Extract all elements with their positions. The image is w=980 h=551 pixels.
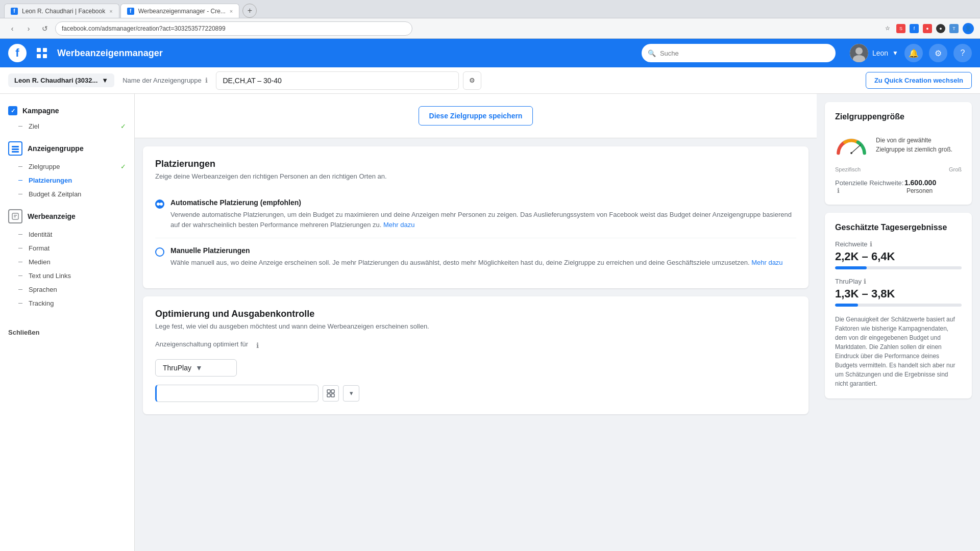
manual-placement-option[interactable]: Manuelle Platzierungen Wähle manuell aus… bbox=[155, 238, 796, 276]
browser-nav-bar: ‹ › ↺ facebook.com/adsmanager/creation?a… bbox=[0, 18, 980, 39]
sidebar-item-medien[interactable]: Medien bbox=[0, 255, 134, 269]
back-button[interactable]: ‹ bbox=[6, 22, 18, 35]
sidebar-werbeanzeige-section: Werbeanzeige bbox=[0, 205, 134, 228]
partial-input[interactable] bbox=[155, 385, 318, 402]
new-tab-button[interactable]: + bbox=[242, 4, 257, 18]
manual-placement-label: Manuelle Platzierungen bbox=[170, 246, 783, 255]
sprachen-label: Sprachen bbox=[29, 286, 57, 293]
reach-row: Potenzielle Reichweite: ℹ 1.600.000 Pers… bbox=[835, 179, 962, 194]
sprachen-dash bbox=[18, 289, 22, 290]
expand-button[interactable] bbox=[323, 385, 339, 402]
bookmark-icon[interactable]: ☆ bbox=[883, 24, 892, 33]
thruplay-metric-label: ThruPlay ℹ bbox=[835, 278, 962, 285]
thruplay-info-icon[interactable]: ℹ bbox=[864, 278, 866, 285]
budget-label: Budget & Zeitplan bbox=[29, 190, 81, 198]
optimization-subtitle: Lege fest, wie viel du ausgeben möchtest… bbox=[155, 322, 796, 330]
help-icon[interactable]: ? bbox=[953, 44, 972, 62]
tab2-close[interactable]: × bbox=[230, 8, 233, 14]
bell-icon[interactable]: 🔔 bbox=[904, 44, 923, 62]
auto-placement-content: Automatische Platzierung (empfohlen) Ver… bbox=[170, 198, 796, 230]
ad-group-info-icon[interactable]: ℹ bbox=[205, 77, 208, 84]
auto-placement-option[interactable]: Automatische Platzierung (empfohlen) Ver… bbox=[155, 190, 796, 238]
estimated-title: Geschätzte Tagesergebnisse bbox=[835, 223, 962, 232]
reach-info-icon[interactable]: ℹ bbox=[837, 187, 840, 194]
settings-icon[interactable]: ⚙ bbox=[929, 44, 947, 62]
user-dropdown-arrow[interactable]: ▼ bbox=[892, 49, 898, 57]
manual-more-link[interactable]: Mehr dazu bbox=[751, 259, 782, 266]
ad-group-settings-button[interactable]: ⚙ bbox=[463, 71, 481, 90]
sidebar-item-platzierungen[interactable]: Platzierungen bbox=[0, 173, 134, 187]
extension-icon-2[interactable]: f bbox=[910, 24, 919, 33]
extension-icon-5[interactable]: T bbox=[949, 24, 959, 33]
avatar bbox=[850, 44, 868, 62]
tab1-close[interactable]: × bbox=[109, 8, 112, 14]
auto-more-link[interactable]: Mehr dazu bbox=[383, 221, 414, 229]
save-audience-button[interactable]: Diese Zielgruppe speichern bbox=[419, 106, 533, 126]
search-bar[interactable]: 🔍 bbox=[642, 44, 836, 62]
sidebar-item-format[interactable]: Format bbox=[0, 241, 134, 255]
svg-point-5 bbox=[855, 47, 863, 55]
placements-card: Platzierungen Zeige deine Werbeanzeigen … bbox=[143, 146, 808, 288]
forward-button[interactable]: › bbox=[22, 22, 35, 35]
format-label: Format bbox=[29, 244, 50, 252]
svg-rect-7 bbox=[12, 146, 19, 147]
format-dash bbox=[18, 248, 22, 248]
refresh-button[interactable]: ↺ bbox=[39, 22, 51, 35]
estimated-results-card: Geschätzte Tagesergebnisse Reichweite ℹ … bbox=[825, 213, 972, 398]
ad-group-name-input[interactable] bbox=[216, 71, 459, 90]
chevron-down-button[interactable]: ▾ bbox=[343, 385, 359, 402]
reichweite-info-icon[interactable]: ℹ bbox=[870, 240, 872, 248]
grid-icon[interactable] bbox=[33, 44, 51, 62]
sidebar-item-identitaet[interactable]: Identität bbox=[0, 228, 134, 241]
identitaet-dash bbox=[18, 234, 22, 235]
user-area[interactable]: Leon ▼ bbox=[850, 44, 898, 62]
gauge-container: Die von dir gewählte Zielgruppe ist ziem… bbox=[835, 130, 962, 160]
thruplay-dropdown[interactable]: ThruPlay ▼ bbox=[155, 359, 237, 377]
svg-rect-2 bbox=[37, 54, 41, 58]
tab-2[interactable]: f Werbeanzeigenmanager - Cre... × bbox=[120, 4, 240, 18]
search-input[interactable] bbox=[660, 49, 829, 57]
optimization-title: Optimierung und Ausgabenkontrolle bbox=[155, 309, 796, 319]
reichweite-progress-fill bbox=[835, 266, 867, 269]
sidebar-item-budget[interactable]: Budget & Zeitplan bbox=[0, 187, 134, 201]
account-name: Leon R. Chaudhari (3032... bbox=[14, 77, 97, 84]
user-profile-icon[interactable]: 👤 bbox=[963, 23, 974, 34]
sidebar-item-ziel[interactable]: Ziel ✓ bbox=[0, 119, 134, 133]
quick-create-button[interactable]: Zu Quick Creation wechseln bbox=[866, 72, 972, 89]
ziel-check-icon: ✓ bbox=[120, 122, 126, 130]
svg-rect-3 bbox=[43, 54, 47, 58]
account-dropdown-arrow: ▼ bbox=[102, 77, 108, 84]
tab-1[interactable]: f Leon R. Chaudhari | Facebook × bbox=[4, 4, 119, 18]
svg-line-17 bbox=[851, 145, 861, 153]
auto-placement-radio[interactable] bbox=[155, 199, 164, 209]
tab2-favicon: f bbox=[127, 8, 134, 15]
sidebar-item-text[interactable]: Text und Links bbox=[0, 269, 134, 283]
opt-info-icon[interactable]: ℹ bbox=[256, 341, 259, 349]
app-header: f Werbeanzeigenmanager 🔍 Leon ▼ 🔔 ⚙ ? bbox=[0, 39, 980, 67]
platzierungen-dash bbox=[18, 180, 22, 181]
svg-rect-13 bbox=[327, 390, 330, 393]
sub-header: Leon R. Chaudhari (3032... ▼ Name der An… bbox=[0, 67, 980, 94]
facebook-logo: f bbox=[8, 44, 27, 62]
zielgruppe-dash bbox=[18, 166, 22, 167]
sidebar-item-tracking[interactable]: Tracking bbox=[0, 296, 134, 310]
svg-rect-14 bbox=[331, 390, 334, 393]
close-button[interactable]: Schließen bbox=[0, 322, 134, 342]
est-disclaimer: Die Genauigkeit der Schätzwerte basiert … bbox=[835, 315, 962, 388]
extension-icon-3[interactable]: ● bbox=[923, 24, 932, 33]
username: Leon bbox=[872, 49, 888, 57]
svg-rect-10 bbox=[12, 213, 18, 219]
extension-icon-4[interactable]: ● bbox=[936, 24, 945, 33]
reichweite-label: Reichweite ℹ bbox=[835, 240, 962, 248]
anzeigengruppe-icon bbox=[8, 141, 22, 156]
sidebar-item-sprachen[interactable]: Sprachen bbox=[0, 283, 134, 296]
sidebar-item-zielgruppe[interactable]: Zielgruppe ✓ bbox=[0, 160, 134, 173]
placements-title: Platzierungen bbox=[155, 159, 796, 169]
manual-placement-radio[interactable] bbox=[155, 247, 164, 257]
extension-icon-1[interactable]: S bbox=[896, 24, 905, 33]
browser-chrome: f Leon R. Chaudhari | Facebook × f Werbe… bbox=[0, 0, 980, 39]
address-bar[interactable]: facebook.com/adsmanager/creation?act=303… bbox=[55, 21, 412, 36]
auto-placement-label: Automatische Platzierung (empfohlen) bbox=[170, 198, 796, 207]
ad-group-label: Name der Anzeigengruppe ℹ bbox=[122, 77, 208, 84]
account-selector[interactable]: Leon R. Chaudhari (3032... ▼ bbox=[8, 73, 114, 87]
